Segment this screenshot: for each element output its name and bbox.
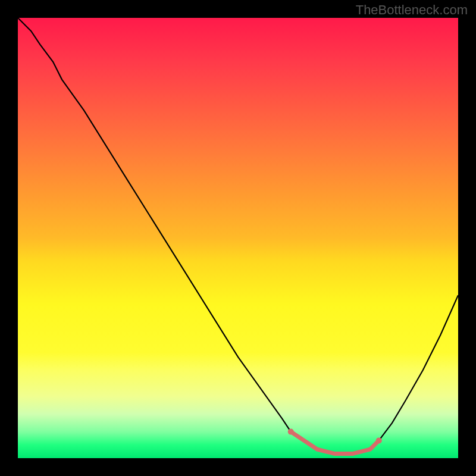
optimal-zone-marker [291,432,379,454]
optimal-zone-endpoint [288,429,294,435]
bottleneck-curve-line [18,18,458,454]
watermark-text: TheBottleneck.com [356,2,468,18]
chart-plot-area [18,18,458,458]
optimal-zone-endpoint [376,437,382,443]
chart-svg [18,18,458,458]
optimal-zone-point [315,447,319,451]
optimal-zone-point [333,452,337,455]
optimal-zone-point [350,452,354,455]
